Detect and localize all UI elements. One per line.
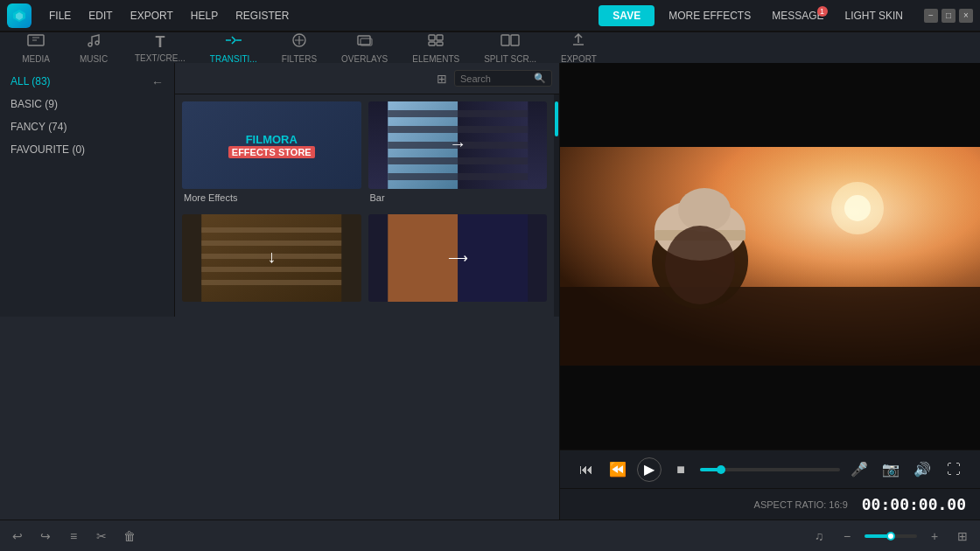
- svg-rect-23: [201, 227, 341, 233]
- save-button[interactable]: SAVE: [598, 5, 654, 26]
- category-all[interactable]: ALL (83) ←: [0, 70, 174, 93]
- transition-bar[interactable]: → Bar: [368, 101, 548, 207]
- preview-controls: ⏮ ⏪ ▶ ■ 🎤 📷 🔊 ⛶: [560, 450, 980, 488]
- screenshot-button[interactable]: 📷: [878, 457, 903, 482]
- light-skin-button[interactable]: LIGHT SKIN: [838, 6, 910, 25]
- filmora-logo: FILMORA EFFECTS STORE: [228, 133, 315, 158]
- back-icon[interactable]: ←: [151, 75, 164, 89]
- split-screen-label: SPLIT SCR...: [484, 54, 536, 64]
- close-button[interactable]: ×: [959, 9, 973, 23]
- svg-point-41: [844, 195, 871, 221]
- elements-icon: [427, 32, 444, 52]
- scroll-rail[interactable]: [554, 94, 559, 317]
- transition-slide1[interactable]: ↓: [182, 214, 361, 310]
- svg-rect-9: [437, 35, 443, 40]
- timeline-grid-button[interactable]: ⊞: [952, 526, 973, 547]
- svg-point-4: [95, 41, 99, 45]
- svg-rect-26: [201, 267, 341, 272]
- video-preview: [560, 63, 980, 450]
- cut-button[interactable]: ✂: [91, 526, 112, 547]
- content-toolbar: ⊞ 🔍: [175, 63, 559, 94]
- category-basic[interactable]: BASIC (9): [0, 93, 174, 115]
- category-favourite[interactable]: FAVOURITE (0): [0, 138, 174, 161]
- text-label: TEXT/CRE...: [135, 53, 186, 63]
- minimize-button[interactable]: −: [924, 9, 938, 23]
- svg-point-38: [678, 188, 731, 232]
- split-screen-icon: [500, 32, 520, 52]
- zoom-control: [864, 534, 917, 538]
- category-fancy[interactable]: FANCY (74): [0, 115, 174, 138]
- svg-rect-20: [388, 173, 528, 180]
- progress-dot: [717, 465, 725, 474]
- menu-register[interactable]: REGISTER: [228, 6, 296, 25]
- audio-icon[interactable]: ♫: [808, 526, 830, 547]
- zoom-out-button[interactable]: −: [836, 526, 858, 547]
- transitions-label: TRANSITI...: [210, 54, 257, 64]
- menu-right: SAVE MORE EFFECTS MESSAGE 1 LIGHT SKIN −…: [598, 5, 973, 26]
- tool-overlays[interactable]: OVERLAYS: [336, 31, 393, 66]
- svg-rect-34: [560, 287, 980, 366]
- menu-file[interactable]: FILE: [42, 6, 78, 25]
- tool-text[interactable]: T TEXT/CRE...: [130, 31, 191, 65]
- music-icon: [86, 32, 102, 52]
- redo-button[interactable]: ↪: [35, 526, 56, 547]
- volume-button[interactable]: 🔊: [910, 457, 934, 482]
- message-button[interactable]: MESSAGE 1: [765, 6, 830, 25]
- slide2-thumbnail: ⟶: [368, 214, 548, 302]
- stop-button[interactable]: ■: [668, 457, 693, 482]
- left-panel: ALL (83) ← BASIC (9) FANCY (74) FAVOURIT…: [0, 63, 560, 520]
- zoom-dot: [886, 532, 895, 541]
- svg-rect-10: [429, 42, 435, 45]
- go-start-button[interactable]: ⏮: [574, 457, 598, 482]
- search-box: 🔍: [454, 70, 552, 87]
- svg-text:⟶: ⟶: [447, 250, 467, 265]
- zoom-slider[interactable]: [864, 534, 917, 538]
- menu-edit[interactable]: EDIT: [81, 6, 119, 25]
- app-logo: [7, 3, 32, 28]
- list-view-button[interactable]: ≡: [63, 526, 84, 547]
- svg-rect-12: [501, 35, 509, 45]
- elements-label: ELEMENTS: [412, 54, 459, 64]
- microphone-button[interactable]: 🎤: [847, 457, 872, 482]
- play-button[interactable]: ▶: [637, 457, 662, 482]
- more-effects-thumbnail: FILMORA EFFECTS STORE: [182, 101, 361, 189]
- svg-rect-8: [429, 35, 435, 40]
- svg-rect-6: [358, 36, 370, 45]
- tool-filters[interactable]: FILTERS: [276, 31, 322, 66]
- preview-progress-bar[interactable]: [700, 468, 840, 471]
- menu-help[interactable]: HELP: [184, 6, 225, 25]
- menu-export[interactable]: EXPORT: [123, 6, 180, 25]
- tool-export[interactable]: EXPORT: [556, 31, 602, 66]
- search-input[interactable]: [460, 73, 530, 84]
- prev-frame-button[interactable]: ⏪: [606, 457, 630, 482]
- fullscreen-button[interactable]: ⛶: [942, 457, 966, 482]
- export-icon: [570, 32, 586, 52]
- tool-split-screen[interactable]: SPLIT SCR...: [479, 31, 542, 66]
- window-controls: − □ ×: [924, 9, 973, 23]
- transition-slide2[interactable]: ⟶: [368, 214, 548, 310]
- zoom-in-button[interactable]: +: [924, 526, 945, 547]
- slide1-thumbnail: ↓: [182, 214, 361, 302]
- tool-media[interactable]: MEDIA: [14, 31, 58, 66]
- more-effects-label: More Effects: [182, 192, 361, 203]
- tool-transitions[interactable]: TRANSITI...: [205, 31, 262, 66]
- maximize-button[interactable]: □: [942, 9, 956, 23]
- svg-rect-11: [437, 42, 443, 45]
- tool-elements[interactable]: ELEMENTS: [407, 31, 465, 66]
- timeline-toolbar: ↩ ↪ ≡ ✂ 🗑 ♫ − + ⊞: [0, 520, 980, 551]
- preview-panel: ⏮ ⏪ ▶ ■ 🎤 📷 🔊 ⛶ ASPECT RATIO: 16:9 00:00…: [560, 63, 980, 520]
- text-icon: T: [155, 33, 164, 52]
- transition-more-effects[interactable]: FILMORA EFFECTS STORE More Effects: [182, 101, 361, 207]
- undo-button[interactable]: ↩: [7, 526, 28, 547]
- search-icon: 🔍: [534, 73, 546, 84]
- more-effects-button[interactable]: MORE EFFECTS: [662, 6, 758, 25]
- transitions-icon: [224, 32, 243, 52]
- media-label: MEDIA: [22, 54, 50, 64]
- scroll-thumb: [555, 101, 558, 136]
- tool-music[interactable]: MUSIC: [72, 31, 116, 66]
- grid-view-icon[interactable]: ⊞: [437, 72, 447, 86]
- transitions-grid: FILMORA EFFECTS STORE More Effects: [175, 94, 554, 317]
- svg-point-39: [665, 226, 735, 304]
- transitions-panel: ALL (83) ← BASIC (9) FANCY (74) FAVOURIT…: [0, 63, 559, 317]
- delete-button[interactable]: 🗑: [119, 526, 140, 547]
